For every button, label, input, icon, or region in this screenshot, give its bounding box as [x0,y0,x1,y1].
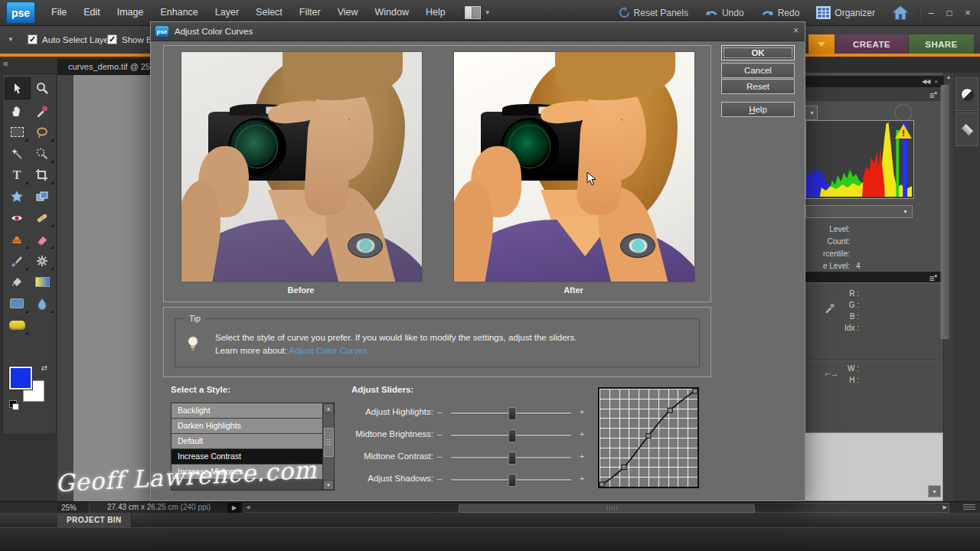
minimize-button[interactable]: – [923,8,939,18]
reset-button[interactable]: Reset [721,79,795,94]
move-tool[interactable] [5,77,31,99]
smart-brush-tool[interactable] [30,250,54,271]
slider-plus[interactable]: + [580,429,584,439]
effects-panel-button[interactable] [956,77,978,111]
zoom-tool[interactable] [30,77,54,98]
gradient-tool[interactable] [30,272,54,292]
horizontal-scrollbar[interactable]: ◀ ▶ [243,503,949,513]
adjust-color-curves-link[interactable]: Adjust Color Curves [289,346,368,355]
cookie-cutter-tool[interactable] [5,186,29,207]
scrollbar-thumb[interactable] [941,85,949,339]
status-expand-button[interactable]: ▶ [227,503,241,513]
slider-thumb[interactable] [508,474,517,487]
resize-grip-icon[interactable] [963,504,975,511]
panel-menu-icon[interactable]: ≡▾ [929,272,937,282]
refresh-histogram-icon[interactable] [894,103,913,122]
default-colors-icon[interactable] [9,400,17,408]
style-list-item[interactable]: Increase Midtones [172,465,323,480]
menu-item[interactable]: File [43,0,75,25]
crop-tool[interactable] [30,165,54,185]
collapse-toolbox-icon[interactable]: « [3,58,7,69]
scroll-right-icon[interactable]: ▶ [943,504,947,510]
scroll-left-icon[interactable]: ◀ [246,504,250,510]
tip-fieldset: Tip Select the style of curve you prefer… [175,318,700,367]
organizer-button[interactable]: Organizer [809,0,882,25]
tab-edit[interactable] [808,34,835,54]
scroll-up-icon[interactable]: ▲ [323,403,334,413]
ok-button[interactable]: OK [721,45,795,60]
source-dropdown[interactable]: ▼ [805,205,913,218]
panel-vertical-scrollbar[interactable]: ▲ [943,73,953,501]
tab-create[interactable]: CREATE [835,34,908,54]
magic-wand-tool[interactable] [5,143,29,164]
scroll-down-icon[interactable]: ▼ [323,480,334,490]
slider-track[interactable] [451,435,571,437]
slider-track[interactable] [451,479,571,481]
scroll-down-icon[interactable]: ▼ [928,485,941,497]
eraser-tool[interactable] [30,229,54,249]
dialog-close-icon[interactable]: × [793,25,799,36]
clone-stamp-tool[interactable] [5,229,29,249]
rectangular-marquee-tool[interactable] [5,122,29,142]
menu-item[interactable]: Edit [75,0,109,25]
style-list-item[interactable]: Default [172,434,323,449]
slider-minus[interactable]: – [437,429,442,439]
lasso-tool[interactable] [30,122,54,142]
project-bin-tab[interactable]: PROJECT BIN [57,513,132,527]
foreground-color-swatch[interactable] [9,367,32,390]
slider-plus[interactable]: + [580,452,584,461]
shape-tool[interactable] [5,293,29,314]
sponge-tool[interactable] [5,315,29,335]
slider-minus[interactable]: – [437,452,442,461]
stat-row: Count: [801,235,916,247]
curve-chart [598,387,699,488]
panel-close-icon[interactable]: × [934,78,937,85]
slider-thumb[interactable] [508,407,517,420]
panel-menu-row: ≡▾ [801,87,943,101]
type-tool[interactable]: T [5,165,29,185]
slider-minus[interactable]: – [437,474,442,483]
maximize-button[interactable]: □ [942,8,957,18]
style-list-item[interactable]: Backlight [172,403,323,419]
layout-picker[interactable]: ▼ [465,6,491,19]
slider-thumb[interactable] [508,452,517,465]
tip-text: Select the style of curve you prefer. If… [215,333,577,342]
arrange-tool[interactable] [30,186,54,207]
menu-item[interactable]: Image [109,0,152,25]
hand-tool[interactable] [5,100,29,121]
style-list-scrollbar[interactable]: ▲ ▼ [322,403,334,490]
layers-panel-button[interactable] [956,112,978,146]
auto-select-layer-checkbox[interactable]: ✓ Auto Select Layer [28,34,112,44]
slider-plus[interactable]: + [580,407,584,416]
help-button[interactable]: Help [721,102,795,117]
close-window-button[interactable]: × [960,8,975,18]
slider-track[interactable] [451,457,571,459]
empty-tool-slot [30,315,54,335]
red-eye-removal-tool[interactable] [5,207,29,228]
paint-bucket-tool[interactable] [5,272,29,292]
home-button[interactable] [885,0,916,25]
brush-tool[interactable] [5,250,29,271]
slider-thumb[interactable] [508,429,517,442]
tab-share[interactable]: SHARE [909,34,974,54]
quick-selection-tool[interactable] [30,143,54,164]
scroll-up-icon[interactable]: ▲ [944,74,953,80]
zoom-level-field[interactable]: 25% [57,502,90,514]
slider-plus[interactable]: + [580,474,584,483]
panel-menu-icon[interactable]: ≡▾ [929,90,937,99]
slider-minus[interactable]: – [437,407,442,416]
eyedropper-tool[interactable] [30,100,54,121]
slider-track[interactable] [451,412,571,415]
cancel-button[interactable]: Cancel [721,63,795,78]
blur-tool[interactable] [30,293,54,314]
scrollbar-thumb[interactable] [324,428,334,457]
spot-healing-brush-tool[interactable] [30,207,54,228]
style-list: BacklightDarken HighlightsDefaultIncreas… [171,403,335,491]
swap-colors-icon[interactable]: ⇄ [41,364,47,372]
dialog-title-bar[interactable]: pse Adjust Color Curves × [151,22,805,41]
scrollbar-thumb[interactable] [459,504,755,513]
panel-collapse-icon[interactable]: ◀◀ [922,78,929,85]
style-list-item[interactable]: Increase Contrast [172,449,323,465]
options-dropdown-icon[interactable]: ▼ [8,36,14,43]
style-list-item[interactable]: Darken Highlights [172,419,323,434]
